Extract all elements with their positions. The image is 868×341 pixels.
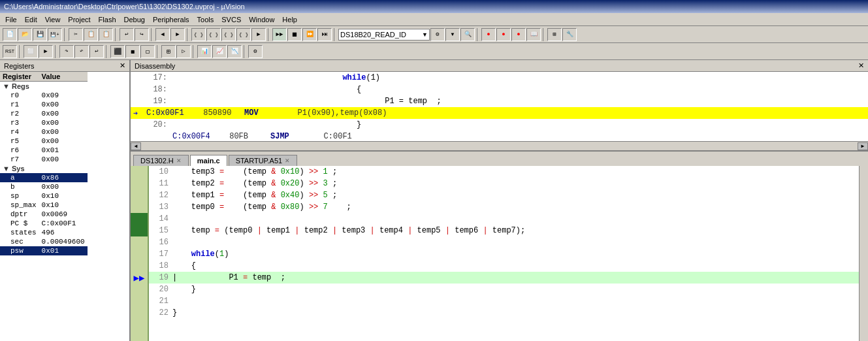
menu-tools[interactable]: Tools [193,14,218,25]
regs-group: ▼ Regs [0,82,88,91]
tb-arrow[interactable]: ▶ [251,28,266,41]
tb2-b3[interactable]: ↷ [59,45,74,58]
menu-project[interactable]: Project [64,14,94,25]
disasm-hscroll[interactable]: ◀ ▶ [131,141,868,150]
tb-rec2[interactable]: ● [496,28,511,41]
disasm-line: 18: { [131,84,868,95]
tb-sep3 [151,28,153,41]
disasm-linenum: 18: [133,85,172,94]
registers-close[interactable]: ✕ [120,61,125,70]
tb-search[interactable]: 🔍 [460,28,475,41]
tb2-b14[interactable]: ⚙ [248,45,263,58]
main-layout: Registers ✕ Register Value ▼ Regs r00x09… [0,60,868,341]
disassembly-close[interactable]: ✕ [858,61,864,70]
disassembly-content[interactable]: 17: while(1) 18: { 19: [131,72,868,141]
tab-close-ds1302h[interactable]: ✕ [176,157,182,164]
tb-paste[interactable]: 📋 [99,28,113,41]
list-item: dptr0x0069 [0,210,88,219]
tb-new[interactable]: 📄 [3,28,17,41]
line-number: 14 [152,214,172,223]
tb-book[interactable]: 📖 [526,28,541,41]
tab-close-startup[interactable]: ✕ [285,157,290,164]
tb2-b8[interactable]: ◻ [140,45,155,58]
target-dropdown[interactable]: DS18B20_READ_ID ▼ [338,29,430,41]
menu-file[interactable]: File [1,14,21,25]
tb-grid[interactable]: ⊞ [547,28,562,41]
tab-ds1302h[interactable]: DS1302.H ✕ [133,155,189,166]
menu-help[interactable]: Help [278,14,301,25]
tb-back[interactable]: ◀ [155,28,170,41]
tb-save[interactable]: 💾 [33,28,47,41]
disasm-hex: 80FB [225,132,270,141]
tb-copy[interactable]: 📋 [84,28,98,41]
dropdown-arrow[interactable]: ▼ [422,31,428,38]
title-text: C:\Users\Administrator\Desktop\Ctrlpower… [4,3,245,10]
gutter-breakpoint [131,225,148,236]
gutter-cell [131,166,148,178]
tb-step[interactable]: ⏩ [302,28,317,41]
tb2-b12[interactable]: 📈 [212,45,227,58]
tb2-b10[interactable]: ▷ [176,45,191,58]
tb-load[interactable]: ▼ [445,28,460,41]
tb-b4[interactable]: { } [236,28,251,41]
tb-undo[interactable]: ↩ [120,28,134,41]
registers-panel: Registers ✕ Register Value ▼ Regs r00x09… [0,60,131,341]
vscrollbar[interactable] [859,166,868,341]
tb-run[interactable]: ▶▶ [272,28,287,41]
menu-debug[interactable]: Debug [120,14,149,25]
code-lines[interactable]: 10 temp3 = (temp & 0x10) >> 1 ; 11 temp2… [149,166,859,341]
line-number: 12 [152,191,172,200]
tb-rec3[interactable]: ● [511,28,526,41]
tb2-b4[interactable]: ↶ [74,45,89,58]
tb2-sep1 [19,45,22,58]
code-editor[interactable]: ▶▶ 10 temp3 = (temp & 0x10) >> 1 ; 11 te… [131,166,868,341]
regs-collapse[interactable]: ▼ [3,82,10,90]
tab-startup[interactable]: STARTUP.A51 ✕ [229,155,298,166]
line-number: 15 [152,226,172,235]
list-item: states496 [0,228,88,237]
menu-svcs[interactable]: SVCS [217,14,245,25]
tb-sep5 [268,28,270,41]
tb-wrench[interactable]: 🔧 [562,28,577,41]
disasm-linenum: 20: [133,120,172,129]
tb-b2[interactable]: { } [206,28,221,41]
disasm-ops: P1(0x90),temp(0x08) [283,108,387,118]
tb2-b9[interactable]: ⊞ [161,45,176,58]
tabs-bar: DS1302.H ✕ main.c STARTUP.A51 ✕ [131,152,868,166]
menu-edit[interactable]: Edit [21,14,41,25]
tb-b3[interactable]: { } [221,28,236,41]
tb2-b6[interactable]: ⬛ [110,45,125,58]
tb-redo[interactable]: ↪ [135,28,149,41]
tb-open[interactable]: 📂 [18,28,32,41]
tb-record[interactable]: ● [481,28,496,41]
tb-settings[interactable]: ⚙ [430,28,445,41]
tb2-b1[interactable]: ⬜ [24,45,38,58]
menu-peripherals[interactable]: Peripherals [149,14,193,25]
scroll-left[interactable]: ◀ [131,142,141,150]
list-item: r20x00 [0,109,88,118]
disasm-linenum: 19: [133,97,172,106]
code-line: 10 temp3 = (temp & 0x10) >> 1 ; [149,166,859,178]
tb-save2[interactable]: 💾+ [48,28,62,41]
tb-b1[interactable]: { } [191,28,206,41]
code-line: 15 temp = (temp0 | temp1 | temp2 | temp3… [149,225,859,236]
tb-cut[interactable]: ✂ [69,28,83,41]
tab-mainc[interactable]: main.c [190,155,227,166]
list-item: PC $C:0x00F1 [0,219,88,228]
menu-flash[interactable]: Flash [95,14,120,25]
tb-stop[interactable]: ⏹ [287,28,302,41]
code-line: 12 temp1 = (temp & 0x40) >> 5 ; [149,189,859,201]
tb2-b7[interactable]: ◼ [125,45,140,58]
tb2-b2[interactable]: ▶ [39,45,53,58]
disassembly-panel: Disassembly ✕ 17: while(1) 18: [131,60,868,152]
tb2-b13[interactable]: 📉 [227,45,242,58]
scroll-right[interactable]: ▶ [858,142,868,150]
menu-window[interactable]: Window [245,14,278,25]
sys-collapse[interactable]: ▼ [3,165,10,172]
menu-view[interactable]: View [41,14,65,25]
tb2-b11[interactable]: 📊 [197,45,212,58]
tb-fwd[interactable]: ▶ [170,28,185,41]
tb-step2[interactable]: ⏭ [317,28,332,41]
tb2-rst[interactable]: RST [3,45,17,58]
tb2-b5[interactable]: ↩ [89,45,104,58]
